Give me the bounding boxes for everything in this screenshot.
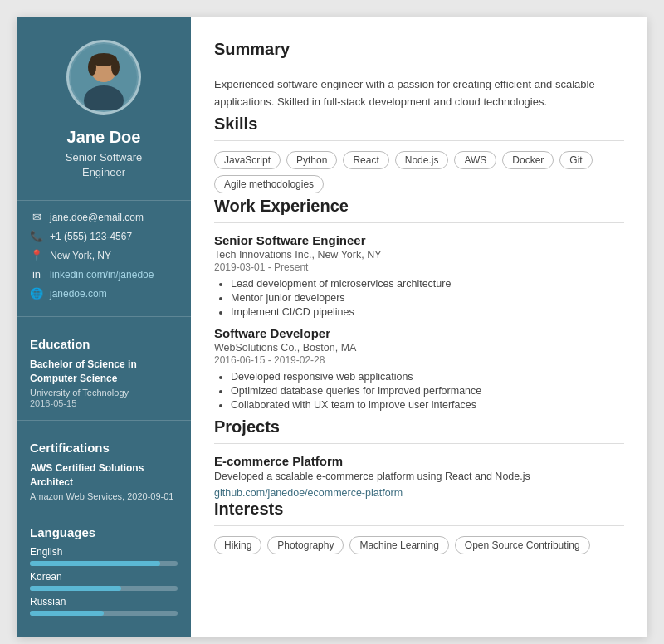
sidebar-divider-4 [17,505,191,505]
skill-badge: Agile methodologies [214,175,324,193]
lang-bar-bg [30,561,178,566]
contact-linkedin[interactable]: in linkedin.com/in/janedoe [30,268,178,281]
job-bullets: Lead development of microservices archit… [231,278,624,318]
languages-section-title: Languages [30,525,178,539]
job-company: Tech Innovations Inc., New York, NY [214,249,624,261]
job-title: Software Developer [214,326,624,340]
skill-badge: Git [559,151,592,169]
edu-degree: Bachelor of Science in Computer Science [30,358,178,386]
avatar [66,40,141,115]
job-bullet: Developed responsive web applications [231,371,624,383]
summary-section: Summary Experienced software engineer wi… [214,40,624,111]
sidebar-divider-2 [17,316,191,317]
lang-bar-bg [30,611,178,616]
contact-section: ✉ jane.doe@email.com 📞 +1 (555) 123-4567… [17,211,191,306]
location-icon: 📍 [30,249,43,261]
job-dates: 2016-06-15 - 2019-02-28 [214,354,624,366]
job-item: Software Developer WebSolutions Co., Bos… [214,326,624,411]
candidate-name: Jane Doe [59,128,149,147]
certifications-section: Certifications AWS Certified Solutions A… [17,431,191,501]
job-bullet: Optimized database queries for improved … [231,385,624,397]
jobs-list: Senior Software Engineer Tech Innovation… [214,233,624,411]
language-item: Russian [30,596,178,616]
main-content: Summary Experienced software engineer wi… [191,17,647,637]
skill-badge: Node.js [395,151,449,169]
projects-divider [214,443,624,444]
job-bullet: Lead development of microservices archit… [231,278,624,290]
lang-label: English [30,546,178,558]
summary-text: Experienced software engineer with a pas… [214,76,624,111]
project-title: E-commerce Platform [214,454,624,468]
work-experience-title: Work Experience [214,197,624,216]
skill-badge: React [343,151,388,169]
project-item: E-commerce Platform Developed a scalable… [214,454,624,500]
interest-badge: Machine Learning [349,536,448,554]
interest-badge: Photography [267,536,344,554]
skill-badge: JavaScript [214,151,281,169]
avatar-area [17,17,191,128]
job-company: WebSolutions Co., Boston, MA [214,342,624,354]
cert-name: AWS Certified Solutions Architect [30,461,178,490]
job-item: Senior Software Engineer Tech Innovation… [214,233,624,318]
skills-title: Skills [214,115,624,134]
cert-issuer: Amazon Web Services, 2020-09-01 [30,491,178,501]
interest-badge: Hiking [214,536,261,554]
language-item: English [30,546,178,566]
job-dates: 2019-03-01 - Present [214,261,624,273]
lang-label: Russian [30,596,178,607]
skill-badge: Python [286,151,337,169]
job-bullet: Implement CI/CD pipelines [231,306,624,318]
contact-email: ✉ jane.doe@email.com [30,211,178,223]
phone-icon: 📞 [30,230,43,242]
projects-title: Projects [214,417,624,437]
skill-badge: Docker [502,151,554,169]
interest-badge: Open Source Contributing [455,536,590,554]
contact-website[interactable]: 🌐 janedoe.com [30,287,178,300]
work-experience-section: Work Experience Senior Software Engineer… [214,197,624,411]
certifications-section-title: Certifications [30,441,178,455]
lang-bar-bg [30,586,178,591]
skills-section: Skills JavaScriptPythonReactNode.jsAWSDo… [214,115,624,193]
email-icon: ✉ [30,211,43,223]
resume-card: Jane Doe Senior Software Engineer ✉ jane… [17,17,647,637]
svg-point-5 [111,59,120,76]
globe-icon: 🌐 [30,287,43,300]
projects-section: Projects E-commerce Platform Developed a… [214,417,624,500]
lang-bar-fill [30,586,121,591]
contact-location: 📍 New York, NY [30,249,178,261]
education-section-title: Education [30,337,178,351]
linkedin-link[interactable]: linkedin.com/in/janedoe [50,269,154,281]
linkedin-icon: in [30,268,43,281]
education-section: Education Bachelor of Science in Compute… [17,327,191,417]
edu-school: University of Technology [30,388,178,398]
svg-point-4 [88,59,96,76]
skills-divider [214,140,624,141]
lang-bar-fill [30,561,160,566]
skill-badge: AWS [454,151,496,169]
summary-divider [214,66,624,66]
projects-list: E-commerce Platform Developed a scalable… [214,454,624,500]
job-bullets: Developed responsive web applicationsOpt… [231,371,624,411]
project-link[interactable]: github.com/janedoe/ecommerce-platform [214,487,403,499]
sidebar-divider-1 [17,200,191,201]
job-bullet: Mentor junior developers [231,292,624,304]
sidebar: Jane Doe Senior Software Engineer ✉ jane… [17,17,191,637]
skills-list: JavaScriptPythonReactNode.jsAWSDockerGit… [214,151,624,193]
language-item: Korean [30,571,178,591]
work-divider [214,222,624,223]
interests-list: HikingPhotographyMachine LearningOpen So… [214,536,624,554]
contact-phone: 📞 +1 (555) 123-4567 [30,230,178,242]
sidebar-divider-3 [17,420,191,421]
job-title: Senior Software Engineer [214,233,624,247]
languages-section: Languages English Korean Russian [17,515,191,617]
website-link[interactable]: janedoe.com [50,288,107,300]
avatar-image [71,44,137,110]
lang-label: Korean [30,571,178,583]
edu-date: 2016-05-15 [30,398,178,408]
job-bullet: Collaborated with UX team to improve use… [231,399,624,411]
candidate-title: Senior Software Engineer [57,150,151,180]
interests-section: Interests HikingPhotographyMachine Learn… [214,500,624,554]
interests-title: Interests [214,500,624,519]
lang-bar-fill [30,611,104,616]
language-bars: English Korean Russian [30,546,178,616]
